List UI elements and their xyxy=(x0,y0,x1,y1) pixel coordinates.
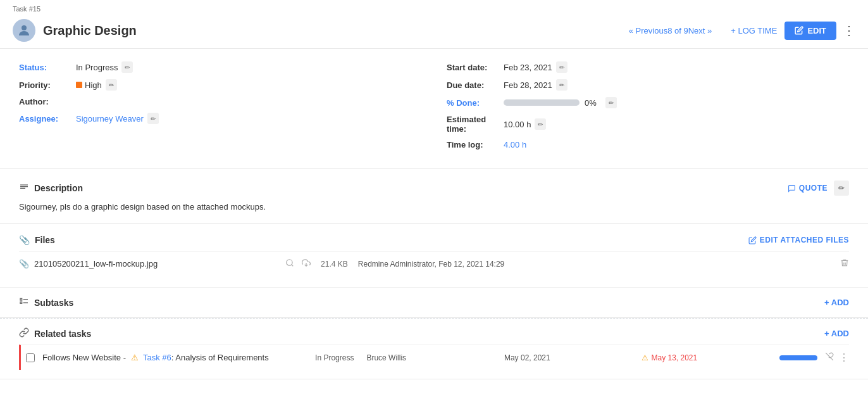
due-date-row: Due date: Feb 28, 2021 ✏ xyxy=(447,79,849,91)
task-label: Task #15 xyxy=(0,0,868,15)
description-title: Description xyxy=(19,182,83,194)
estimated-time-row: Estimated time: 10.00 h ✏ xyxy=(447,115,849,134)
paperclip-icon: 📎 xyxy=(19,235,30,245)
related-tasks-title: Related tasks xyxy=(19,327,91,339)
status-label: Status: xyxy=(19,63,76,72)
svg-point-4 xyxy=(287,260,292,265)
related-task-actions: ⋮ xyxy=(825,352,849,364)
file-delete-icon[interactable] xyxy=(840,258,849,269)
estimated-time-label: Estimated time: xyxy=(447,115,504,134)
file-paperclip-icon: 📎 xyxy=(19,259,29,269)
related-task-due-date: May 02, 2021 xyxy=(504,353,635,362)
file-name: 210105200211_low-fi-mockup.jpg xyxy=(34,259,275,269)
file-download-icon[interactable] xyxy=(302,258,311,269)
files-header: 📎 Files EDIT ATTACHED FILES xyxy=(19,235,849,245)
description-actions: QUOTE ✏ xyxy=(788,180,849,196)
priority-dot xyxy=(76,82,82,88)
file-item: 📎 210105200211_low-fi-mockup.jpg 21.4 KB… xyxy=(19,251,849,276)
priority-row: Priority: High ✏ xyxy=(19,79,421,91)
description-edit-button[interactable]: ✏ xyxy=(834,180,849,196)
assignee-value[interactable]: Sigourney Weaver xyxy=(76,114,144,124)
related-tasks-icon xyxy=(19,327,29,339)
description-icon xyxy=(19,182,29,194)
estimated-time-edit-icon[interactable]: ✏ xyxy=(535,118,546,130)
edit-attached-files-button[interactable]: EDIT ATTACHED FILES xyxy=(748,236,849,244)
author-label: Author: xyxy=(19,97,76,106)
related-tasks-section: Related tasks + ADD Follows New Website … xyxy=(0,319,868,379)
task-details: Status: In Progress ✏ Priority: High ✏ A… xyxy=(0,49,868,169)
description-section: Description QUOTE ✏ Sigourney, pls do a … xyxy=(0,169,868,224)
page-title: Graphic Design xyxy=(43,23,629,38)
assignee-label: Assignee: xyxy=(19,114,76,124)
status-value: In Progress xyxy=(76,63,118,72)
percent-done-row: % Done: 0% ✏ xyxy=(447,97,849,108)
related-task-more-icon[interactable]: ⋮ xyxy=(839,352,849,364)
edit-button[interactable]: EDIT xyxy=(784,22,836,40)
percent-done-label: % Done: xyxy=(447,98,504,108)
unlink-icon[interactable] xyxy=(825,352,834,363)
time-log-row: Time log: 4.00 h xyxy=(447,140,849,149)
start-date-value: Feb 23, 2021 xyxy=(504,63,552,72)
details-left: Status: In Progress ✏ Priority: High ✏ A… xyxy=(19,61,421,156)
prev-link[interactable]: « Previous xyxy=(629,26,667,35)
priority-edit-icon[interactable]: ✏ xyxy=(106,79,117,91)
more-options-button[interactable]: ⋮ xyxy=(843,23,855,38)
start-date-edit-icon[interactable]: ✏ xyxy=(556,61,567,73)
file-action-icons xyxy=(285,258,311,269)
files-title: 📎 Files xyxy=(19,235,55,245)
time-log-label: Time log: xyxy=(447,140,504,149)
edit-label: EDIT xyxy=(807,26,826,35)
overdue-warning-icon: ⚠ xyxy=(642,353,648,362)
svg-point-0 xyxy=(22,25,27,30)
assignee-row: Assignee: Sigourney Weaver ✏ xyxy=(19,113,421,124)
file-size: 21.4 KB xyxy=(321,260,348,269)
related-tasks-add-button[interactable]: + ADD xyxy=(824,329,849,338)
start-date-row: Start date: Feb 23, 2021 ✏ xyxy=(447,61,849,73)
due-date-edit-icon[interactable]: ✏ xyxy=(556,79,567,91)
start-date-label: Start date: xyxy=(447,63,504,72)
avatar xyxy=(13,19,35,42)
estimated-time-value: 10.00 h xyxy=(504,120,531,129)
due-date-label: Due date: xyxy=(447,80,504,90)
next-link[interactable]: Next » xyxy=(688,26,712,35)
log-time-button[interactable]: + LOG TIME xyxy=(731,26,777,35)
priority-label: Priority: xyxy=(19,80,76,90)
subtasks-add-button[interactable]: + ADD xyxy=(824,298,849,307)
related-task-overdue-date: ⚠ May 13, 2021 xyxy=(642,353,772,362)
related-task-checkbox[interactable] xyxy=(26,353,35,362)
subtasks-header: Subtasks + ADD xyxy=(19,296,849,308)
file-search-icon[interactable] xyxy=(285,258,294,269)
related-tasks-header: Related tasks + ADD xyxy=(19,327,849,339)
relation-type: Follows New Website - xyxy=(42,353,126,362)
status-edit-icon[interactable]: ✏ xyxy=(121,61,133,73)
status-row: Status: In Progress ✏ xyxy=(19,61,421,73)
related-task-assignee: Bruce Willis xyxy=(366,353,497,362)
warning-icon: ⚠ xyxy=(131,353,139,362)
related-task-name: Analysis of Requirements xyxy=(175,353,268,362)
progress-bar-container: 0% ✏ xyxy=(504,97,617,108)
related-task-link[interactable]: Task #6 xyxy=(143,353,171,362)
percent-done-value: 0% xyxy=(585,98,597,108)
header-bar: Graphic Design « Previous8 of 9Next » + … xyxy=(0,15,868,49)
file-meta: Redmine Administrator, Feb 12, 2021 14:2… xyxy=(358,260,840,269)
subtasks-title: Subtasks xyxy=(19,296,73,308)
svg-rect-7 xyxy=(20,298,22,300)
subtasks-section: Subtasks + ADD xyxy=(0,288,868,318)
percent-done-edit-icon[interactable]: ✏ xyxy=(605,97,617,108)
position-label: 8 of 9 xyxy=(667,26,688,35)
task-navigation[interactable]: « Previous8 of 9Next » xyxy=(629,26,712,35)
priority-value: High xyxy=(76,80,102,90)
related-task-status: In Progress xyxy=(310,353,359,362)
subtasks-icon xyxy=(19,296,29,308)
related-task-progress-bar xyxy=(779,355,817,360)
files-section: 📎 Files EDIT ATTACHED FILES 📎 2101052002… xyxy=(0,224,868,288)
time-log-value: 4.00 h xyxy=(504,140,526,149)
author-row: Author: xyxy=(19,97,421,106)
quote-button[interactable]: QUOTE xyxy=(788,184,828,193)
assignee-edit-icon[interactable]: ✏ xyxy=(147,113,159,124)
log-time-label: + LOG TIME xyxy=(731,26,777,35)
description-header: Description QUOTE ✏ xyxy=(19,180,849,196)
details-right: Start date: Feb 23, 2021 ✏ Due date: Feb… xyxy=(447,61,849,156)
svg-line-5 xyxy=(292,265,294,267)
svg-rect-9 xyxy=(20,302,22,304)
